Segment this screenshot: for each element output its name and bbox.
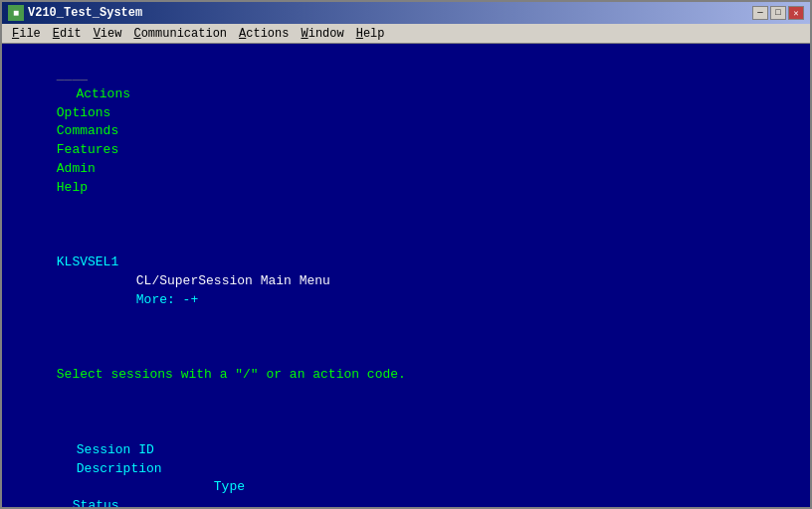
menu-view[interactable]: View <box>88 26 128 42</box>
toolbar-help[interactable]: Help <box>57 180 88 195</box>
title-bar: ■ V210_Test_System ─ □ ✕ <box>2 2 810 24</box>
col-session-id: Session ID <box>77 442 154 457</box>
menu-communication[interactable]: Communication <box>127 26 233 42</box>
col-description: Description <box>77 461 162 476</box>
toolbar-actions[interactable]: Actions <box>61 86 146 101</box>
header-line: KLSVSEL1 CL/SuperSession Main Menu More:… <box>10 235 802 328</box>
title-controls: ─ □ ✕ <box>752 6 804 20</box>
title-bar-left: ■ V210_Test_System <box>8 5 142 21</box>
menu-file[interactable]: File <box>6 26 47 42</box>
menu-bar: File Edit View Communication Actions Win… <box>2 24 810 44</box>
toolbar-admin[interactable]: Admin <box>57 161 111 176</box>
menu-edit[interactable]: Edit <box>47 26 88 42</box>
maximize-button[interactable]: □ <box>770 6 786 20</box>
spacer-3 <box>10 404 802 423</box>
instruction-text: Select sessions with a "/" or an action … <box>57 367 406 382</box>
close-button[interactable]: ✕ <box>788 6 804 20</box>
spacer-1 <box>10 217 802 236</box>
terminal-area: ____ Actions Options Commands Features A… <box>2 44 810 507</box>
main-window: ■ V210_Test_System ─ □ ✕ File Edit View … <box>0 0 812 509</box>
more-indicator: More: -+ <box>136 292 198 307</box>
main-menu-title: CL/SuperSession Main Menu <box>136 273 330 288</box>
col-type: Type <box>214 479 245 494</box>
toolbar-row: ____ Actions Options Commands Features A… <box>10 48 802 217</box>
window-title: V210_Test_System <box>28 6 142 20</box>
toolbar-options[interactable]: Options <box>57 105 126 120</box>
spacer-2 <box>10 329 802 348</box>
minimize-button[interactable]: ─ <box>752 6 768 20</box>
session-id-header: KLSVSEL1 <box>57 254 118 269</box>
toolbar-commands[interactable]: Commands <box>57 123 134 138</box>
toolbar-features[interactable]: Features <box>57 142 134 157</box>
menu-window[interactable]: Window <box>295 26 349 42</box>
menu-help[interactable]: Help <box>350 26 391 42</box>
column-headers: Session ID Description Type Status <box>10 423 802 507</box>
app-icon: ■ <box>8 5 24 21</box>
menu-actions[interactable]: Actions <box>233 26 295 42</box>
instruction-line: Select sessions with a "/" or an action … <box>10 348 802 405</box>
col-status: Status <box>73 498 119 507</box>
